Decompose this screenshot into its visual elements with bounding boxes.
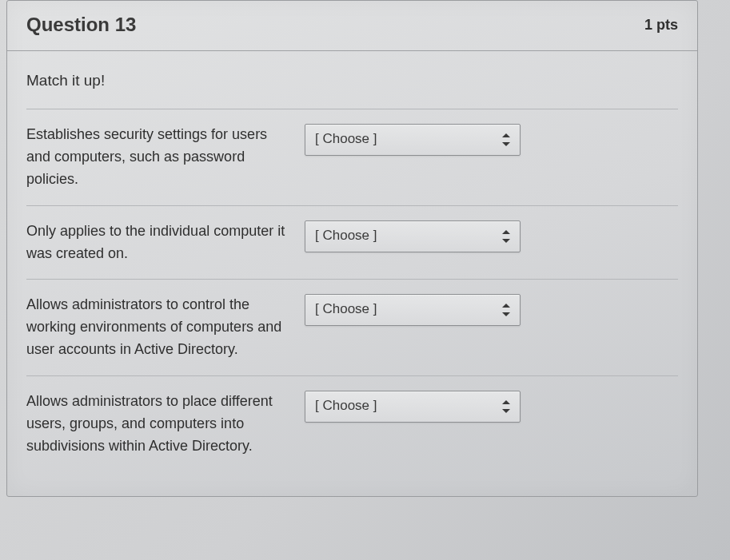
match-prompt: Only applies to the individual computer … — [26, 220, 290, 265]
select-value[interactable]: [ Choose ] — [305, 294, 521, 326]
select-value[interactable]: [ Choose ] — [305, 220, 521, 252]
match-row: Allows administrators to place different… — [26, 375, 678, 472]
match-select[interactable]: [ Choose ] — [305, 124, 521, 156]
question-body: Match it up! Establishes security settin… — [7, 51, 697, 496]
question-card: Question 13 1 pts Match it up! Establish… — [6, 0, 698, 497]
question-title: Question 13 — [26, 14, 136, 36]
match-row: Allows administrators to control the wor… — [26, 279, 678, 375]
match-prompt: Establishes security settings for users … — [26, 124, 290, 191]
question-instructions: Match it up! — [26, 72, 678, 109]
match-prompt: Allows administrators to control the wor… — [26, 294, 290, 361]
match-select[interactable]: [ Choose ] — [305, 294, 521, 326]
match-select[interactable]: [ Choose ] — [305, 220, 521, 252]
select-value[interactable]: [ Choose ] — [305, 124, 521, 156]
question-points: 1 pts — [644, 17, 678, 34]
select-value[interactable]: [ Choose ] — [305, 391, 521, 423]
match-select[interactable]: [ Choose ] — [305, 391, 521, 423]
match-row: Only applies to the individual computer … — [26, 205, 678, 280]
question-header: Question 13 1 pts — [7, 1, 697, 51]
match-row: Establishes security settings for users … — [26, 109, 678, 205]
match-prompt: Allows administrators to place different… — [26, 391, 290, 458]
